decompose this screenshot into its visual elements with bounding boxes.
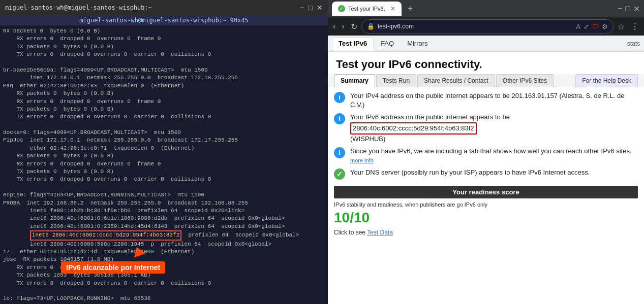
info-list: i Your IPv4 address on the public Intern… xyxy=(328,87,644,184)
browser-minimize-btn[interactable]: − xyxy=(618,4,622,13)
site-nav-mirrors[interactable]: Mirrors xyxy=(401,38,434,49)
info-card-dns-text: Your DNS server (possibly run by your IS… xyxy=(350,168,638,177)
tab-title-text: Test your IPv6. xyxy=(348,6,385,12)
share-icon: ⤢ xyxy=(584,23,589,30)
readiness-bar: Your readiness score xyxy=(334,186,638,198)
test-data-link[interactable]: Test Data xyxy=(367,229,393,236)
info-card-ipv4-text: Your IPv4 address on the public Internet… xyxy=(350,91,638,110)
terminal-pane: miguel-santos-wh@miguel-santos-wisphub:~… xyxy=(0,0,328,304)
terminal-body: RX packets 0 bytes 0 (0.0 B) RX errors 0… xyxy=(0,25,328,304)
content-tab-helpdesk[interactable]: For the Help Desk xyxy=(575,74,638,87)
info-card-ipv6-tab: i Since you have IPv6, we are including … xyxy=(334,147,638,165)
new-tab-btn[interactable]: + xyxy=(405,4,416,14)
address-text: test-ipv6.com xyxy=(378,23,573,30)
tab-favicon: ✓ xyxy=(338,5,345,12)
browser-nav-bar: ‹ › ↻ 🔒 test-ipv6.com A ⤢ 🛡 ⚙ ☆ ⋮ xyxy=(328,17,644,36)
inet6-highlighted: inet6 2806:40c:6002:cccc:5d29:954f:4b63:… xyxy=(30,230,181,240)
site-nav-stats[interactable]: stats xyxy=(627,40,640,47)
tab-close-btn[interactable]: ✕ xyxy=(390,5,395,12)
ipv6-address-box: 2806:40c:6002:cccc:5d29:954f:4b63:83f2 xyxy=(350,122,477,134)
content-tab-share[interactable]: Share Results / Contact xyxy=(417,74,495,87)
info-card-ipv6-text: Your IPv6 address on the public Internet… xyxy=(350,113,638,144)
content-tab-other-ipv6[interactable]: Other IPv6 Sites xyxy=(496,74,554,87)
info-card-dns: ✓ Your DNS server (possibly run by your … xyxy=(334,168,638,180)
terminal-title: miguel-santos-wh@miguel-santos-wisphub:~ xyxy=(5,4,152,11)
terminal-titlebar: miguel-santos-wh@miguel-santos-wisphub:~… xyxy=(0,0,328,15)
terminal-minimize-btn[interactable]: − xyxy=(300,4,304,11)
info-icon-dns: ✓ xyxy=(334,168,345,180)
bookmarks-btn[interactable]: ☆ xyxy=(616,21,627,32)
terminal-controls: − □ ✕ xyxy=(300,4,323,11)
browser-close-btn[interactable]: ✕ xyxy=(633,4,640,14)
more-info-link[interactable]: more info xyxy=(350,157,374,163)
back-btn[interactable]: ‹ xyxy=(331,21,338,32)
terminal-close-btn[interactable]: ✕ xyxy=(317,4,323,11)
score-display: 10/10 xyxy=(328,209,644,227)
browser-content: Test your IPv6 connectivity. Summary Tes… xyxy=(328,52,644,304)
site-nav: Test IPv6 FAQ Mirrors stats xyxy=(328,36,644,52)
browser-pane: ✓ Test your IPv6. ✕ + − □ ✕ ‹ › ↻ 🔒 test… xyxy=(328,0,644,304)
content-tab-summary[interactable]: Summary xyxy=(334,74,375,87)
address-bar[interactable]: 🔒 test-ipv6.com A ⤢ 🛡 ⚙ xyxy=(361,19,614,33)
extensions-icon: ⚙ xyxy=(602,23,608,30)
test-data-section: Click to see Test Data xyxy=(328,227,644,238)
translate-icon: A xyxy=(576,23,580,30)
readiness-desc: IPv6 stability and readiness, when publi… xyxy=(328,200,644,209)
terminal-maximize-btn[interactable]: □ xyxy=(309,4,313,11)
info-icon-ipv4: i xyxy=(334,92,345,103)
page-heading: Test your IPv6 connectivity. xyxy=(328,52,644,74)
menu-btn[interactable]: ⋮ xyxy=(629,21,641,32)
forward-btn[interactable]: › xyxy=(340,21,346,32)
lock-icon: 🔒 xyxy=(367,23,375,30)
site-nav-faq[interactable]: FAQ xyxy=(375,38,400,49)
info-card-ipv4: i Your IPv4 address on the public Intern… xyxy=(334,91,638,110)
terminal-output: RX packets 0 bytes 0 (0.0 B) RX errors 0… xyxy=(3,27,325,304)
browser-maximize-btn[interactable]: □ xyxy=(625,4,630,13)
terminal-subtitle: miguel-santos-wh@miguel-santos-wisphub:~… xyxy=(0,15,328,25)
content-tab-tests-run[interactable]: Tests Run xyxy=(376,74,416,87)
reload-btn[interactable]: ↻ xyxy=(349,21,359,32)
info-card-ipv6: i Your IPv6 address on the public Intern… xyxy=(334,113,638,144)
content-tabs: Summary Tests Run Share Results / Contac… xyxy=(328,74,644,87)
site-nav-test-ipv6[interactable]: Test IPv6 xyxy=(332,37,374,50)
info-icon-ipv6-tab: i xyxy=(334,147,345,158)
shield-icon: 🛡 xyxy=(592,23,599,30)
browser-tab-active[interactable]: ✓ Test your IPv6. ✕ xyxy=(332,2,402,16)
browser-titlebar: ✓ Test your IPv6. ✕ + − □ ✕ xyxy=(328,0,644,17)
info-icon-ipv6: i xyxy=(334,113,345,124)
info-card-ipv6-tab-text: Since you have IPv6, we are including a … xyxy=(350,147,638,165)
